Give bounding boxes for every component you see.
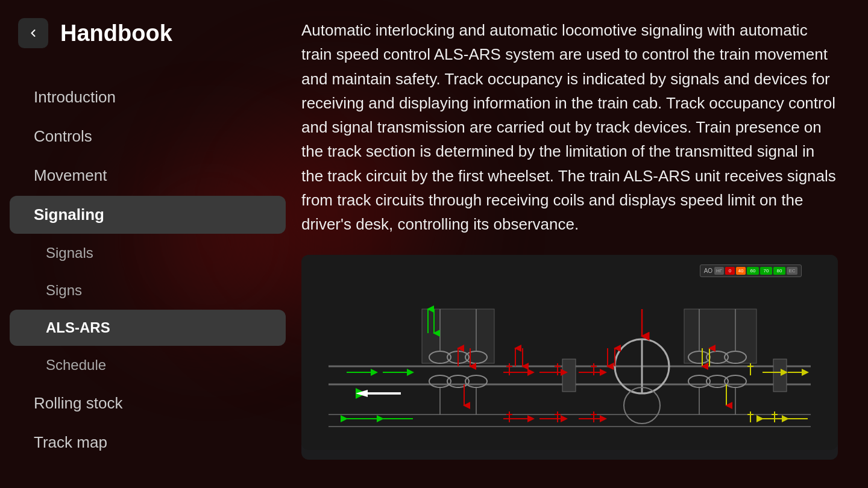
- speed-60: 60: [747, 267, 759, 275]
- sidebar-title: Handbook: [60, 20, 172, 46]
- sidebar-item-als-ars[interactable]: ALS-ARS: [10, 310, 286, 346]
- sidebar-item-signaling[interactable]: Signaling: [10, 196, 286, 234]
- speed-ng: НГ: [714, 267, 724, 275]
- sidebar-item-introduction[interactable]: Introduction: [10, 78, 286, 116]
- sidebar-item-signs[interactable]: Signs: [10, 272, 286, 308]
- back-button[interactable]: [18, 18, 48, 48]
- content-text: Automatic interlocking and automatic loc…: [301, 18, 838, 237]
- sidebar: Handbook Introduction Controls Movement …: [0, 0, 295, 488]
- speed-80: 80: [773, 267, 785, 275]
- svg-rect-31: [773, 359, 787, 392]
- diagram-container: АО НГ 0 40 60 70 80 ЕС: [301, 255, 838, 460]
- speed-70: 70: [760, 267, 772, 275]
- sidebar-nav: Introduction Controls Movement Signaling…: [0, 78, 295, 461]
- svg-rect-16: [562, 359, 576, 392]
- sidebar-item-schedule[interactable]: Schedule: [10, 347, 286, 383]
- speed-es: ЕС: [787, 267, 797, 275]
- sidebar-item-controls[interactable]: Controls: [10, 117, 286, 155]
- sidebar-item-rolling-stock[interactable]: Rolling stock: [10, 384, 286, 422]
- speed-40: 40: [736, 267, 746, 275]
- sidebar-item-signals[interactable]: Signals: [10, 235, 286, 271]
- sidebar-item-track-map[interactable]: Track map: [10, 424, 286, 461]
- sidebar-item-movement[interactable]: Movement: [10, 157, 286, 195]
- main-content: Automatic interlocking and automatic loc…: [295, 0, 868, 488]
- speed-0: 0: [725, 267, 735, 275]
- sidebar-header: Handbook: [0, 18, 295, 48]
- als-label: АО: [704, 267, 712, 274]
- track-diagram: [301, 255, 838, 448]
- speed-indicator: НГ 0 40 60 70 80 ЕС: [714, 267, 797, 275]
